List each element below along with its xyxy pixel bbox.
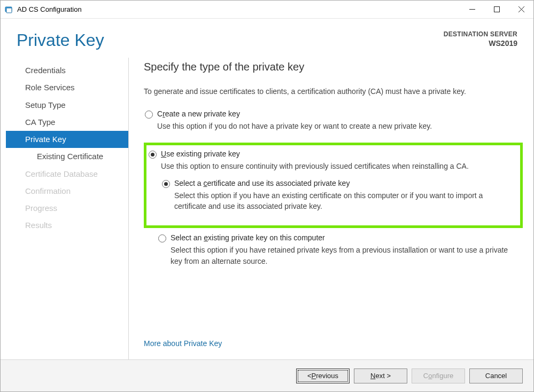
section-title: Specify the type of the private key: [144, 61, 523, 73]
destination-server: WS2019: [444, 39, 517, 48]
sidebar-item-setup-type[interactable]: Setup Type: [6, 97, 128, 114]
radio-create-new[interactable]: [145, 111, 153, 119]
sidebar-item-progress: Progress: [6, 200, 128, 217]
sidebar-item-credentials[interactable]: Credentials: [6, 62, 128, 79]
svg-rect-3: [494, 7, 499, 12]
window-title: AD CS Configuration: [17, 5, 82, 13]
configure-button: Configure: [412, 369, 465, 383]
radio-use-existing[interactable]: [149, 151, 157, 159]
body: Credentials Role Services Setup Type CA …: [1, 58, 533, 359]
option-use-existing: Use existing private key Use this option…: [148, 147, 517, 223]
sidebar-item-confirmation: Confirmation: [6, 183, 128, 200]
option-select-certificate-desc: Select this option if you have an existi…: [174, 190, 510, 212]
radio-select-certificate[interactable]: [162, 180, 170, 188]
option-select-existing-key-desc: Select this option if you have retained …: [171, 245, 520, 266]
option-use-existing-label[interactable]: Use existing private key: [161, 150, 240, 158]
sidebar-item-certificate-database: Certificate Database: [6, 166, 128, 183]
sidebar-item-role-services[interactable]: Role Services: [6, 79, 128, 96]
next-button[interactable]: Next >: [354, 369, 407, 383]
option-create-new-desc: Use this option if you do not have a pri…: [157, 121, 520, 131]
sidebar: Credentials Role Services Setup Type CA …: [6, 58, 129, 359]
more-link[interactable]: More about Private Key: [144, 328, 523, 354]
app-icon: [5, 5, 13, 14]
sidebar-item-results: Results: [6, 217, 128, 234]
sidebar-item-existing-certificate[interactable]: Existing Certificate: [6, 148, 128, 165]
highlight-box: Use existing private key Use this option…: [144, 143, 523, 229]
footer: < Previous Next > Configure Cancel: [1, 359, 533, 391]
sidebar-item-ca-type[interactable]: CA Type: [6, 114, 128, 131]
sidebar-item-private-key[interactable]: Private Key: [6, 131, 128, 148]
option-select-certificate-label[interactable]: Select a certificate and use its associa…: [174, 179, 350, 187]
option-select-existing-key-label[interactable]: Select an existing private key on this c…: [171, 233, 325, 242]
main-pane: Specify the type of the private key To g…: [129, 58, 533, 359]
minimize-button[interactable]: [460, 1, 484, 18]
header: Private Key DESTINATION SERVER WS2019: [1, 19, 533, 58]
destination-info: DESTINATION SERVER WS2019: [444, 30, 517, 48]
option-select-existing-key: Select an existing private key on this c…: [157, 231, 523, 270]
option-use-existing-desc: Use this option to ensure continuity wit…: [161, 161, 514, 171]
svg-rect-1: [6, 8, 12, 13]
close-button[interactable]: [509, 1, 533, 18]
window-controls: [460, 1, 533, 18]
cancel-button[interactable]: Cancel: [469, 369, 523, 383]
previous-button[interactable]: < Previous: [296, 369, 350, 383]
option-create-new: Create a new private key Use this option…: [144, 107, 523, 135]
page-title: Private Key: [17, 30, 104, 50]
destination-label: DESTINATION SERVER: [444, 30, 517, 38]
option-create-new-label[interactable]: Create a new private key: [157, 109, 240, 118]
sub-options: Select a certificate and use its associa…: [161, 177, 514, 215]
option-select-certificate: Select a certificate and use its associa…: [161, 177, 514, 215]
intro-text: To generate and issue certificates to cl…: [144, 86, 523, 97]
wizard-window: AD CS Configuration Private Key DESTINAT…: [0, 0, 534, 392]
maximize-button[interactable]: [484, 1, 509, 18]
radio-select-existing-key[interactable]: [158, 234, 166, 242]
titlebar: AD CS Configuration: [1, 1, 533, 19]
